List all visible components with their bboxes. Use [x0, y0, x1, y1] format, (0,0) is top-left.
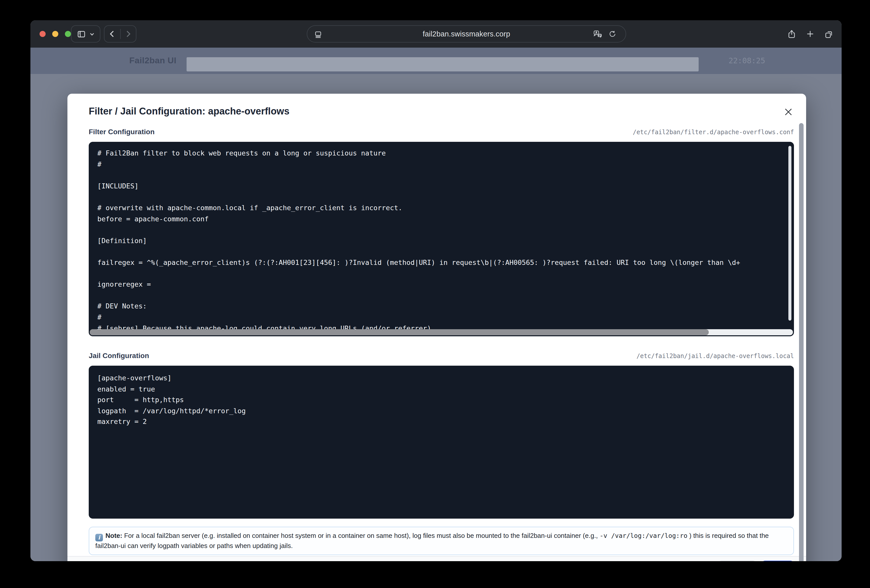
app-navbar: Fail2ban UI 22:08:25	[30, 48, 842, 74]
back-icon[interactable]	[104, 30, 120, 38]
note-text-1: For a local fail2ban server (e.g. instal…	[122, 532, 599, 539]
minimize-window-button[interactable]	[52, 31, 58, 37]
clock-text: 22:08:25	[728, 48, 765, 74]
note-label: Note:	[106, 532, 122, 539]
filter-jail-config-modal: Filter / Jail Configuration: apache-over…	[67, 94, 806, 561]
close-icon[interactable]	[783, 106, 794, 117]
note-inline-code: -v /var/log:/var/log:ro	[600, 532, 687, 539]
jail-config-label: Jail Configuration	[89, 352, 149, 359]
modal-title: Filter / Jail Configuration: apache-over…	[89, 106, 289, 117]
filter-editor-horizontal-scrollbar-track[interactable]	[90, 329, 793, 335]
modal-footer: Cancel Save	[67, 556, 806, 561]
reload-icon[interactable]	[608, 30, 617, 38]
browser-window: fail2ban.swissmakers.corp	[30, 20, 842, 561]
close-window-button[interactable]	[40, 31, 46, 37]
address-bar[interactable]: fail2ban.swissmakers.corp	[307, 25, 626, 43]
nav-button-group	[104, 25, 136, 43]
zoom-window-button[interactable]	[65, 31, 71, 37]
filter-editor-vertical-scrollbar[interactable]	[788, 146, 791, 321]
info-icon: i	[95, 534, 103, 541]
filter-editor-horizontal-scrollbar-thumb[interactable]	[90, 329, 709, 335]
sidebar-icon[interactable]	[77, 29, 86, 39]
share-icon[interactable]	[787, 29, 797, 39]
filter-config-code[interactable]: # Fail2Ban filter to block web requests …	[89, 142, 794, 334]
nav-menu-strip	[186, 57, 699, 71]
jail-config-editor[interactable]: [apache-overflows] enabled = true port =…	[89, 366, 794, 519]
filter-config-editor[interactable]: # Fail2Ban filter to block web requests …	[89, 142, 794, 336]
tab-overview-icon[interactable]	[824, 29, 833, 39]
traffic-lights	[40, 20, 71, 48]
note-box: iNote: For a local fail2ban server (e.g.…	[89, 527, 794, 555]
forward-icon[interactable]	[121, 30, 136, 38]
sidebar-button-group[interactable]	[71, 25, 100, 43]
browser-toolbar: fail2ban.swissmakers.corp	[30, 20, 842, 48]
new-tab-icon[interactable]	[806, 30, 815, 39]
app-title: Fail2ban UI	[129, 48, 176, 74]
filter-config-path: /etc/fail2ban/filter.d/apache-overflows.…	[633, 129, 794, 136]
page-backdrop: Fail2ban UI 22:08:25 Filter / Jail Confi…	[30, 48, 842, 561]
modal-scrollbar-thumb[interactable]	[799, 123, 804, 561]
jail-config-code[interactable]: [apache-overflows] enabled = true port =…	[89, 366, 794, 428]
jail-config-path: /etc/fail2ban/jail.d/apache-overflows.lo…	[636, 352, 794, 359]
url-text[interactable]: fail2ban.swissmakers.corp	[307, 30, 626, 38]
chevron-down-icon[interactable]	[89, 31, 95, 37]
save-button[interactable]: Save	[761, 560, 794, 561]
screenshot-stage: fail2ban.swissmakers.corp	[0, 0, 870, 588]
toolbar-right-buttons	[787, 20, 833, 48]
translate-icon[interactable]	[593, 29, 602, 39]
filter-config-label: Filter Configuration	[89, 128, 155, 136]
cancel-button[interactable]: Cancel	[718, 560, 757, 561]
